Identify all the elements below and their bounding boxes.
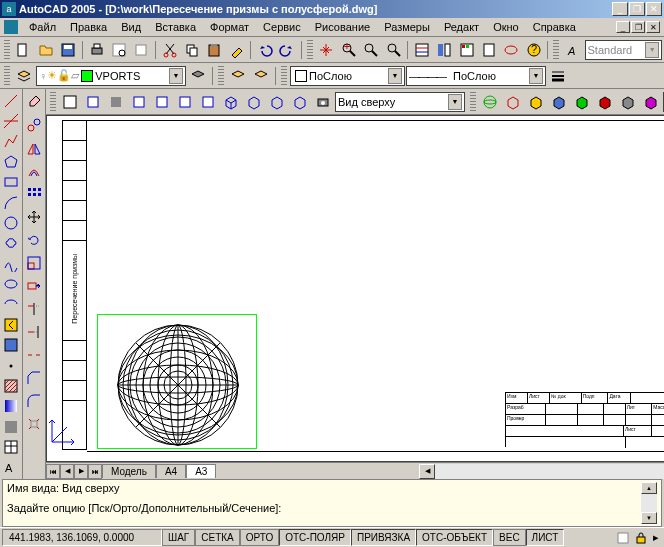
rotate-button[interactable]	[23, 229, 45, 251]
otrack-button[interactable]: ОТС-ОБЪЕКТ	[416, 529, 493, 546]
status-tray-arrow[interactable]: ▸	[650, 530, 662, 546]
explode-button[interactable]	[23, 413, 45, 435]
erase-button[interactable]	[23, 91, 45, 113]
break-button[interactable]	[23, 344, 45, 366]
text-style-button[interactable]: A	[562, 39, 583, 61]
toolbar-grip[interactable]	[218, 66, 224, 86]
offset-button[interactable]	[23, 160, 45, 182]
view-front-button[interactable]	[174, 91, 196, 113]
ellipse-arc-button[interactable]	[0, 295, 22, 314]
hatch-button[interactable]	[0, 376, 22, 395]
grid-button[interactable]: СЕТКА	[195, 529, 240, 546]
command-area[interactable]: Имя вида: Вид сверху Задайте опцию [Пск/…	[2, 479, 662, 527]
toolbar-grip[interactable]	[281, 66, 287, 86]
sheetset-button[interactable]	[478, 39, 499, 61]
view-left-button[interactable]	[128, 91, 150, 113]
menu-modify[interactable]: Редакт	[437, 19, 486, 35]
tab-model[interactable]: Модель	[102, 464, 156, 478]
copy-button[interactable]	[181, 39, 202, 61]
make-block-button[interactable]	[0, 336, 22, 355]
text-style-combo[interactable]: Standard ▼	[585, 40, 663, 60]
command-scrollbar[interactable]: ▲ ▼	[641, 482, 657, 524]
menu-view[interactable]: Вид	[114, 19, 148, 35]
open-button[interactable]	[35, 39, 56, 61]
toolbar-grip[interactable]	[4, 66, 10, 86]
view-top-button[interactable]	[82, 91, 104, 113]
toolbar-grip[interactable]	[470, 92, 476, 112]
status-lock-icon[interactable]	[632, 530, 650, 546]
make-current-button[interactable]	[250, 65, 272, 87]
extend-button[interactable]	[23, 321, 45, 343]
construction-line-button[interactable]	[0, 111, 22, 130]
dropdown-icon[interactable]: ▼	[529, 68, 543, 84]
gradient-button[interactable]	[0, 397, 22, 416]
table-button[interactable]	[0, 437, 22, 456]
shade-3d-button[interactable]	[525, 91, 547, 113]
plot-preview-button[interactable]	[108, 39, 129, 61]
arc-button[interactable]	[0, 193, 22, 212]
named-views-button[interactable]	[59, 91, 81, 113]
status-tray-icon[interactable]	[614, 530, 632, 546]
dropdown-icon[interactable]: ▼	[645, 42, 659, 58]
zoom-realtime-button[interactable]: +	[338, 39, 359, 61]
menu-insert[interactable]: Вставка	[148, 19, 203, 35]
menu-help[interactable]: Справка	[526, 19, 583, 35]
tab-first-button[interactable]: ⏮	[46, 464, 60, 479]
maximize-button[interactable]: ❐	[629, 2, 645, 16]
zoom-window-button[interactable]	[361, 39, 382, 61]
tab-last-button[interactable]: ⏭	[88, 464, 102, 479]
shade-flatedge-button[interactable]	[617, 91, 639, 113]
circle-button[interactable]	[0, 213, 22, 232]
properties-button[interactable]	[411, 39, 432, 61]
osnap-button[interactable]: ПРИВЯЗКА	[351, 529, 416, 546]
point-button[interactable]	[0, 356, 22, 375]
toolbar-grip[interactable]	[307, 40, 313, 60]
view-nw-iso-button[interactable]	[289, 91, 311, 113]
3dorbit-button[interactable]	[479, 91, 501, 113]
menu-tools[interactable]: Сервис	[256, 19, 308, 35]
layer-previous-button[interactable]	[187, 65, 209, 87]
menu-window[interactable]: Окно	[486, 19, 526, 35]
horizontal-scrollbar[interactable]: ◀ ▶	[220, 464, 664, 479]
spline-button[interactable]	[0, 254, 22, 273]
ellipse-button[interactable]	[0, 274, 22, 293]
view-sw-iso-button[interactable]	[220, 91, 242, 113]
dropdown-icon[interactable]: ▼	[388, 68, 402, 84]
mdi-restore-button[interactable]: ❐	[631, 21, 645, 33]
region-button[interactable]	[0, 417, 22, 436]
view-right-button[interactable]	[151, 91, 173, 113]
pan-button[interactable]	[316, 39, 337, 61]
menu-dimension[interactable]: Размеры	[377, 19, 437, 35]
paper-button[interactable]: ЛИСТ	[526, 529, 565, 546]
coordinates[interactable]: 441.1983, 136.1069, 0.0000	[2, 529, 162, 546]
scroll-left-button[interactable]: ◀	[419, 464, 435, 479]
cmd-scroll-down[interactable]: ▼	[641, 512, 657, 524]
array-button[interactable]	[23, 183, 45, 205]
polygon-button[interactable]	[0, 152, 22, 171]
toolbar-grip[interactable]	[50, 92, 56, 112]
cut-button[interactable]	[159, 39, 180, 61]
zoom-previous-button[interactable]	[383, 39, 404, 61]
publish-button[interactable]	[131, 39, 152, 61]
tab-a4[interactable]: A4	[156, 464, 186, 478]
lwt-button[interactable]: ВЕС	[493, 529, 526, 546]
dropdown-icon[interactable]: ▼	[169, 68, 183, 84]
paste-button[interactable]	[204, 39, 225, 61]
tab-next-button[interactable]: ▶	[74, 464, 88, 479]
shade-2d-button[interactable]	[502, 91, 524, 113]
layer-manager-button[interactable]	[13, 65, 35, 87]
mdi-close-button[interactable]: ✕	[646, 21, 660, 33]
new-button[interactable]	[13, 39, 34, 61]
snap-mode-button[interactable]: ШАГ	[162, 529, 195, 546]
tool-palettes-button[interactable]	[456, 39, 477, 61]
toolbar-grip[interactable]	[4, 40, 10, 60]
stretch-button[interactable]	[23, 275, 45, 297]
markup-button[interactable]	[501, 39, 522, 61]
menu-format[interactable]: Формат	[203, 19, 256, 35]
view-ne-iso-button[interactable]	[266, 91, 288, 113]
menu-file[interactable]: Файл	[22, 19, 63, 35]
line-button[interactable]	[0, 91, 22, 110]
properties-toolbar-button[interactable]	[227, 65, 249, 87]
revision-cloud-button[interactable]	[0, 234, 22, 253]
shade-gouraud-button[interactable]	[594, 91, 616, 113]
